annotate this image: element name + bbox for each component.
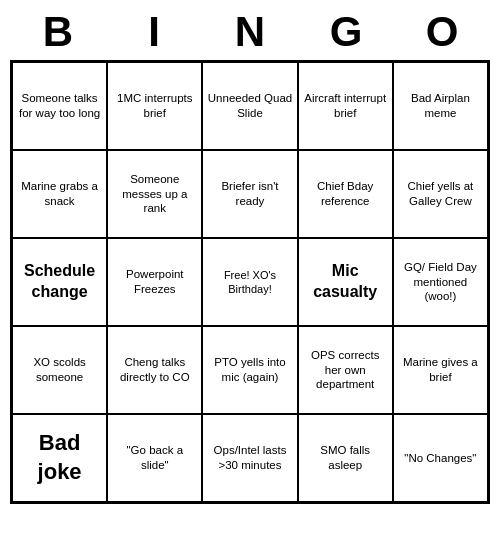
bingo-cell-r1c3[interactable]: Chief Bday reference (298, 150, 393, 238)
title-o: O (398, 8, 486, 56)
title-g: G (302, 8, 390, 56)
title-b: B (14, 8, 102, 56)
bingo-cell-r1c4[interactable]: Chief yells at Galley Crew (393, 150, 488, 238)
bingo-cell-r0c1[interactable]: 1MC interrupts brief (107, 62, 202, 150)
bingo-cell-r3c1[interactable]: Cheng talks directly to CO (107, 326, 202, 414)
bingo-cell-r3c0[interactable]: XO scolds someone (12, 326, 107, 414)
bingo-cell-r2c3[interactable]: Mic casualty (298, 238, 393, 326)
bingo-cell-r4c2[interactable]: Ops/Intel lasts >30 minutes (202, 414, 297, 502)
bingo-cell-r2c4[interactable]: GQ/ Field Day mentioned (woo!) (393, 238, 488, 326)
title-i: I (110, 8, 198, 56)
bingo-grid: Someone talks for way too long1MC interr… (10, 60, 490, 504)
bingo-cell-r2c2[interactable]: Free! XO's Birthday! (202, 238, 297, 326)
bingo-cell-r0c2[interactable]: Unneeded Quad Slide (202, 62, 297, 150)
bingo-cell-r4c3[interactable]: SMO falls asleep (298, 414, 393, 502)
bingo-cell-r3c4[interactable]: Marine gives a brief (393, 326, 488, 414)
bingo-cell-r2c1[interactable]: Powerpoint Freezes (107, 238, 202, 326)
bingo-cell-r4c1[interactable]: "Go back a slide" (107, 414, 202, 502)
bingo-cell-r1c1[interactable]: Someone messes up a rank (107, 150, 202, 238)
title-n: N (206, 8, 294, 56)
bingo-cell-r0c0[interactable]: Someone talks for way too long (12, 62, 107, 150)
bingo-cell-r3c3[interactable]: OPS corrects her own department (298, 326, 393, 414)
bingo-title: B I N G O (10, 8, 490, 56)
bingo-cell-r0c4[interactable]: Bad Airplan meme (393, 62, 488, 150)
bingo-cell-r4c4[interactable]: "No Changes" (393, 414, 488, 502)
bingo-cell-r4c0[interactable]: Bad joke (12, 414, 107, 502)
bingo-cell-r1c2[interactable]: Briefer isn't ready (202, 150, 297, 238)
bingo-cell-r2c0[interactable]: Schedule change (12, 238, 107, 326)
bingo-cell-r0c3[interactable]: Aircraft interrupt brief (298, 62, 393, 150)
bingo-cell-r1c0[interactable]: Marine grabs a snack (12, 150, 107, 238)
bingo-cell-r3c2[interactable]: PTO yells into mic (again) (202, 326, 297, 414)
